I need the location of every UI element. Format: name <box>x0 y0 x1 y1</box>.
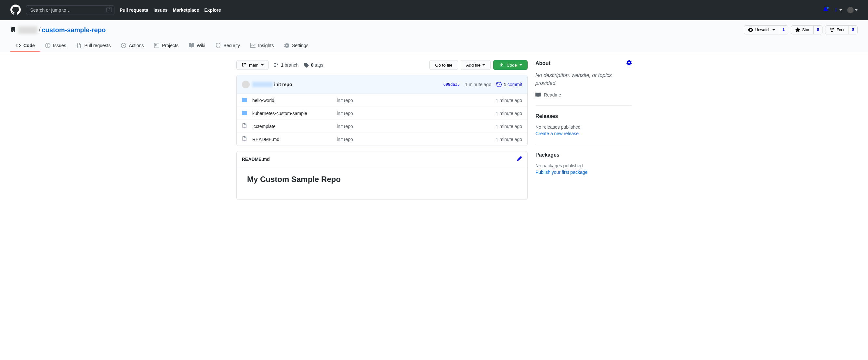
notification-dot-icon <box>826 6 829 9</box>
file-age: 1 minute ago <box>496 98 522 103</box>
project-icon <box>154 43 159 48</box>
create-release-link[interactable]: Create a new release <box>535 131 579 136</box>
nav-explore[interactable]: Explore <box>204 7 221 13</box>
tab-security[interactable]: Security <box>210 40 245 52</box>
pencil-icon <box>517 156 522 161</box>
branches-link[interactable]: 1 branch <box>274 62 299 68</box>
folder-icon <box>242 97 247 103</box>
publish-package-link[interactable]: Publish your first package <box>535 170 587 175</box>
watch-count[interactable]: 1 <box>779 25 788 34</box>
file-age: 1 minute ago <box>496 137 522 142</box>
notifications-button[interactable] <box>823 7 828 13</box>
tab-settings[interactable]: Settings <box>279 40 314 52</box>
file-icon <box>242 123 247 129</box>
readme-box: README.md My Custom Sample Repo <box>236 151 528 200</box>
file-commit-link[interactable]: init repo <box>337 137 353 142</box>
branch-name: main <box>249 63 258 68</box>
fork-label: Fork <box>836 28 844 32</box>
gear-icon <box>626 60 632 65</box>
tab-code[interactable]: Code <box>10 40 40 52</box>
edit-readme-button[interactable] <box>517 156 522 162</box>
code-download-button[interactable]: Code <box>493 60 528 70</box>
commit-sha-link[interactable]: 698da35 <box>443 82 460 87</box>
tab-actions[interactable]: Actions <box>116 40 149 52</box>
branch-select-button[interactable]: main <box>236 60 269 70</box>
caret-down-icon <box>520 64 522 66</box>
pull-request-icon <box>76 43 82 48</box>
nav-marketplace[interactable]: Marketplace <box>173 7 199 13</box>
tab-pull-requests[interactable]: Pull requests <box>71 40 116 52</box>
go-to-file-button[interactable]: Go to file <box>429 60 458 70</box>
book-icon <box>189 43 194 48</box>
path-separator: / <box>39 26 41 34</box>
tag-icon <box>304 62 309 68</box>
caret-down-icon <box>772 29 775 31</box>
caret-down-icon <box>483 64 485 66</box>
tags-link[interactable]: 0 tags <box>304 62 323 68</box>
book-icon <box>535 92 540 97</box>
github-logo[interactable] <box>10 5 21 16</box>
file-row: kubernetes-custom-sampleinit repo1 minut… <box>237 107 527 120</box>
repo-icon <box>10 27 16 32</box>
releases-none: No releases published <box>535 125 632 130</box>
star-count[interactable]: 0 <box>814 25 823 34</box>
tab-issues[interactable]: Issues <box>40 40 71 52</box>
file-name-link[interactable]: kubernetes-custom-sample <box>252 111 307 116</box>
branch-icon <box>274 62 279 68</box>
branch-icon <box>241 62 246 68</box>
avatar-icon <box>242 80 250 88</box>
about-description: No description, website, or topics provi… <box>535 71 632 87</box>
about-settings-button[interactable] <box>626 60 632 66</box>
commits-link[interactable]: 1 commit <box>496 82 522 87</box>
create-new-menu[interactable] <box>834 7 842 13</box>
add-file-button[interactable]: Add file <box>461 60 491 70</box>
tab-insights[interactable]: Insights <box>245 40 279 52</box>
about-title: About <box>535 60 550 66</box>
commit-time: 1 minute ago <box>465 82 491 87</box>
file-row: README.mdinit repo1 minute ago <box>237 133 527 145</box>
star-label: Star <box>802 28 809 32</box>
releases-title: Releases <box>535 113 558 119</box>
latest-commit-summary: user init repo 698da35 1 minute ago 1 co… <box>237 75 527 94</box>
graph-icon <box>250 43 255 48</box>
fork-count[interactable]: 0 <box>848 25 858 34</box>
caret-down-icon <box>839 9 842 11</box>
packages-none: No packages published <box>535 163 632 168</box>
commit-message-link[interactable]: init repo <box>274 82 292 87</box>
slash-key-hint: / <box>106 7 112 12</box>
repo-name-link[interactable]: custom-sample-repo <box>41 26 106 34</box>
file-name-link[interactable]: .cctemplate <box>252 124 276 129</box>
fork-button[interactable]: Fork <box>825 25 848 34</box>
file-name-link[interactable]: hello-world <box>252 98 274 103</box>
readme-link[interactable]: Readme <box>535 92 632 97</box>
caret-down-icon <box>855 9 858 11</box>
watch-button[interactable]: Unwatch <box>744 25 779 34</box>
fork-icon <box>829 27 835 32</box>
readme-filename: README.md <box>242 157 270 162</box>
packages-title: Packages <box>535 152 559 158</box>
file-name-link[interactable]: README.md <box>252 137 279 142</box>
file-icon <box>242 136 247 142</box>
commit-author[interactable]: user <box>252 82 273 87</box>
nav-issues[interactable]: Issues <box>153 7 168 13</box>
user-menu[interactable] <box>847 7 858 13</box>
repo-owner-link[interactable]: user <box>18 26 37 34</box>
tab-projects[interactable]: Projects <box>149 40 184 52</box>
issue-icon <box>45 43 51 48</box>
shield-icon <box>216 43 221 48</box>
caret-down-icon <box>261 64 264 66</box>
file-commit-link[interactable]: init repo <box>337 124 353 129</box>
star-button[interactable]: Star <box>791 25 814 34</box>
readme-heading: My Custom Sample Repo <box>247 175 517 187</box>
code-icon <box>16 43 21 48</box>
tab-wiki[interactable]: Wiki <box>184 40 210 52</box>
gear-icon <box>284 43 289 48</box>
file-commit-link[interactable]: init repo <box>337 98 353 103</box>
file-commit-link[interactable]: init repo <box>337 111 353 116</box>
search-input[interactable] <box>26 5 115 15</box>
avatar-icon <box>847 7 854 13</box>
nav-pull-requests[interactable]: Pull requests <box>120 7 148 13</box>
file-age: 1 minute ago <box>496 111 522 116</box>
download-icon <box>499 62 504 68</box>
history-icon <box>496 82 502 87</box>
